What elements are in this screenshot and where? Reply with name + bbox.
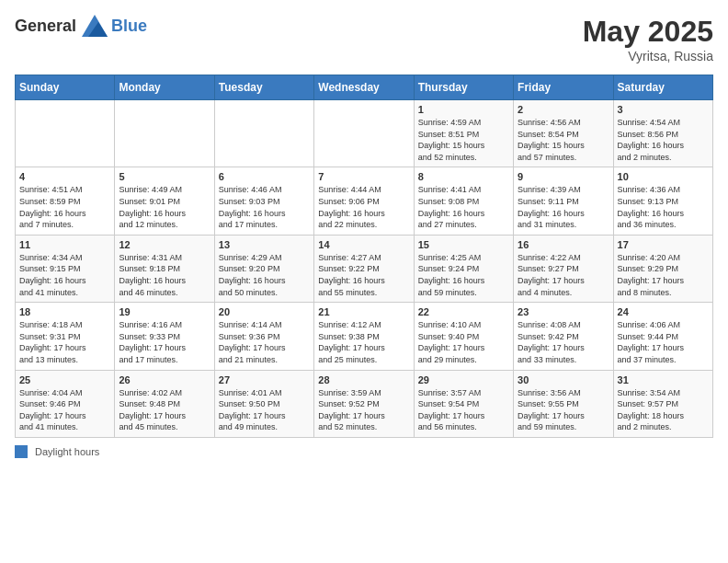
day-cell: 9Sunrise: 4:39 AM Sunset: 9:11 PM Daylig…	[514, 167, 613, 235]
day-cell: 8Sunrise: 4:41 AM Sunset: 9:08 PM Daylig…	[414, 167, 513, 235]
weekday-header-monday: Monday	[115, 75, 214, 100]
day-cell: 12Sunrise: 4:31 AM Sunset: 9:18 PM Dayli…	[115, 235, 214, 302]
day-number: 29	[418, 374, 509, 385]
day-number: 12	[119, 239, 210, 250]
day-cell: 18Sunrise: 4:18 AM Sunset: 9:31 PM Dayli…	[16, 303, 115, 370]
logo: General Blue	[15, 15, 147, 37]
header: General Blue May 2025 Vyritsa, Russia	[15, 15, 713, 63]
day-number: 5	[119, 171, 210, 182]
day-cell	[314, 100, 414, 167]
day-number: 17	[618, 239, 709, 250]
day-info: Sunrise: 4:39 AM Sunset: 9:11 PM Dayligh…	[518, 184, 609, 230]
day-info: Sunrise: 3:57 AM Sunset: 9:54 PM Dayligh…	[418, 387, 509, 433]
day-info: Sunrise: 4:08 AM Sunset: 9:42 PM Dayligh…	[518, 319, 609, 365]
day-cell	[214, 100, 313, 167]
day-info: Sunrise: 4:25 AM Sunset: 9:24 PM Dayligh…	[418, 252, 509, 298]
day-number: 31	[618, 374, 709, 385]
day-cell: 16Sunrise: 4:22 AM Sunset: 9:27 PM Dayli…	[514, 235, 613, 302]
day-info: Sunrise: 3:56 AM Sunset: 9:55 PM Dayligh…	[518, 387, 609, 433]
day-number: 13	[219, 239, 310, 250]
day-number: 1	[418, 104, 509, 115]
day-info: Sunrise: 4:54 AM Sunset: 8:56 PM Dayligh…	[618, 117, 709, 163]
day-number: 18	[19, 306, 110, 317]
calendar-table: SundayMondayTuesdayWednesdayThursdayFrid…	[15, 75, 713, 438]
day-cell: 24Sunrise: 4:06 AM Sunset: 9:44 PM Dayli…	[613, 303, 712, 370]
legend-box	[15, 445, 28, 458]
day-cell: 5Sunrise: 4:49 AM Sunset: 9:01 PM Daylig…	[115, 167, 214, 235]
weekday-header-friday: Friday	[514, 75, 613, 100]
day-info: Sunrise: 4:41 AM Sunset: 9:08 PM Dayligh…	[418, 184, 509, 230]
weekday-header-row: SundayMondayTuesdayWednesdayThursdayFrid…	[16, 75, 713, 100]
calendar-subtitle: Vyritsa, Russia	[583, 49, 713, 63]
day-number: 30	[518, 374, 609, 385]
day-info: Sunrise: 4:12 AM Sunset: 9:38 PM Dayligh…	[318, 319, 409, 365]
day-info: Sunrise: 4:59 AM Sunset: 8:51 PM Dayligh…	[418, 117, 509, 163]
day-info: Sunrise: 4:14 AM Sunset: 9:36 PM Dayligh…	[219, 319, 310, 365]
day-info: Sunrise: 4:04 AM Sunset: 9:46 PM Dayligh…	[19, 387, 110, 433]
weekday-header-sunday: Sunday	[16, 75, 115, 100]
logo-icon	[82, 15, 108, 37]
calendar-title: May 2025	[583, 15, 713, 49]
day-number: 23	[518, 306, 609, 317]
week-row-4: 18Sunrise: 4:18 AM Sunset: 9:31 PM Dayli…	[16, 303, 713, 370]
day-cell: 13Sunrise: 4:29 AM Sunset: 9:20 PM Dayli…	[214, 235, 313, 302]
day-number: 8	[418, 171, 509, 182]
day-info: Sunrise: 4:34 AM Sunset: 9:15 PM Dayligh…	[19, 252, 110, 298]
day-info: Sunrise: 4:56 AM Sunset: 8:54 PM Dayligh…	[518, 117, 609, 163]
day-cell: 21Sunrise: 4:12 AM Sunset: 9:38 PM Dayli…	[314, 303, 414, 370]
day-info: Sunrise: 4:27 AM Sunset: 9:22 PM Dayligh…	[318, 252, 409, 298]
day-cell	[16, 100, 115, 167]
day-cell: 20Sunrise: 4:14 AM Sunset: 9:36 PM Dayli…	[214, 303, 313, 370]
day-info: Sunrise: 4:18 AM Sunset: 9:31 PM Dayligh…	[19, 319, 110, 365]
weekday-header-thursday: Thursday	[414, 75, 513, 100]
day-cell: 31Sunrise: 3:54 AM Sunset: 9:57 PM Dayli…	[613, 370, 712, 437]
day-cell: 4Sunrise: 4:51 AM Sunset: 8:59 PM Daylig…	[16, 167, 115, 235]
day-info: Sunrise: 4:10 AM Sunset: 9:40 PM Dayligh…	[418, 319, 509, 365]
day-info: Sunrise: 4:01 AM Sunset: 9:50 PM Dayligh…	[219, 387, 310, 433]
day-cell: 6Sunrise: 4:46 AM Sunset: 9:03 PM Daylig…	[214, 167, 313, 235]
legend-area: Daylight hours	[15, 445, 713, 458]
day-cell: 7Sunrise: 4:44 AM Sunset: 9:06 PM Daylig…	[314, 167, 414, 235]
day-info: Sunrise: 4:36 AM Sunset: 9:13 PM Dayligh…	[618, 184, 709, 230]
day-info: Sunrise: 4:29 AM Sunset: 9:20 PM Dayligh…	[219, 252, 310, 298]
day-number: 4	[19, 171, 110, 182]
title-block: May 2025 Vyritsa, Russia	[583, 15, 713, 63]
day-info: Sunrise: 4:16 AM Sunset: 9:33 PM Dayligh…	[119, 319, 210, 365]
day-number: 11	[19, 239, 110, 250]
weekday-header-saturday: Saturday	[613, 75, 712, 100]
day-number: 20	[219, 306, 310, 317]
day-cell: 11Sunrise: 4:34 AM Sunset: 9:15 PM Dayli…	[16, 235, 115, 302]
day-cell: 19Sunrise: 4:16 AM Sunset: 9:33 PM Dayli…	[115, 303, 214, 370]
day-number: 6	[219, 171, 310, 182]
day-number: 3	[618, 104, 709, 115]
weekday-header-wednesday: Wednesday	[314, 75, 414, 100]
day-cell: 3Sunrise: 4:54 AM Sunset: 8:56 PM Daylig…	[613, 100, 712, 167]
day-info: Sunrise: 4:51 AM Sunset: 8:59 PM Dayligh…	[19, 184, 110, 230]
day-info: Sunrise: 4:20 AM Sunset: 9:29 PM Dayligh…	[618, 252, 709, 298]
day-number: 9	[518, 171, 609, 182]
day-number: 16	[518, 239, 609, 250]
day-cell: 29Sunrise: 3:57 AM Sunset: 9:54 PM Dayli…	[414, 370, 513, 437]
day-number: 21	[318, 306, 409, 317]
week-row-1: 1Sunrise: 4:59 AM Sunset: 8:51 PM Daylig…	[16, 100, 713, 167]
day-number: 27	[219, 374, 310, 385]
day-cell: 10Sunrise: 4:36 AM Sunset: 9:13 PM Dayli…	[613, 167, 712, 235]
day-cell	[115, 100, 214, 167]
day-info: Sunrise: 4:44 AM Sunset: 9:06 PM Dayligh…	[318, 184, 409, 230]
day-info: Sunrise: 4:06 AM Sunset: 9:44 PM Dayligh…	[618, 319, 709, 365]
week-row-3: 11Sunrise: 4:34 AM Sunset: 9:15 PM Dayli…	[16, 235, 713, 302]
day-number: 14	[318, 239, 409, 250]
day-cell: 14Sunrise: 4:27 AM Sunset: 9:22 PM Dayli…	[314, 235, 414, 302]
legend-label: Daylight hours	[35, 446, 99, 457]
day-number: 26	[119, 374, 210, 385]
day-cell: 22Sunrise: 4:10 AM Sunset: 9:40 PM Dayli…	[414, 303, 513, 370]
day-info: Sunrise: 4:02 AM Sunset: 9:48 PM Dayligh…	[119, 387, 210, 433]
day-cell: 27Sunrise: 4:01 AM Sunset: 9:50 PM Dayli…	[214, 370, 313, 437]
day-cell: 2Sunrise: 4:56 AM Sunset: 8:54 PM Daylig…	[514, 100, 613, 167]
day-cell: 17Sunrise: 4:20 AM Sunset: 9:29 PM Dayli…	[613, 235, 712, 302]
day-cell: 25Sunrise: 4:04 AM Sunset: 9:46 PM Dayli…	[16, 370, 115, 437]
day-number: 7	[318, 171, 409, 182]
day-number: 24	[618, 306, 709, 317]
logo-general: General	[15, 17, 76, 36]
day-cell: 28Sunrise: 3:59 AM Sunset: 9:52 PM Dayli…	[314, 370, 414, 437]
